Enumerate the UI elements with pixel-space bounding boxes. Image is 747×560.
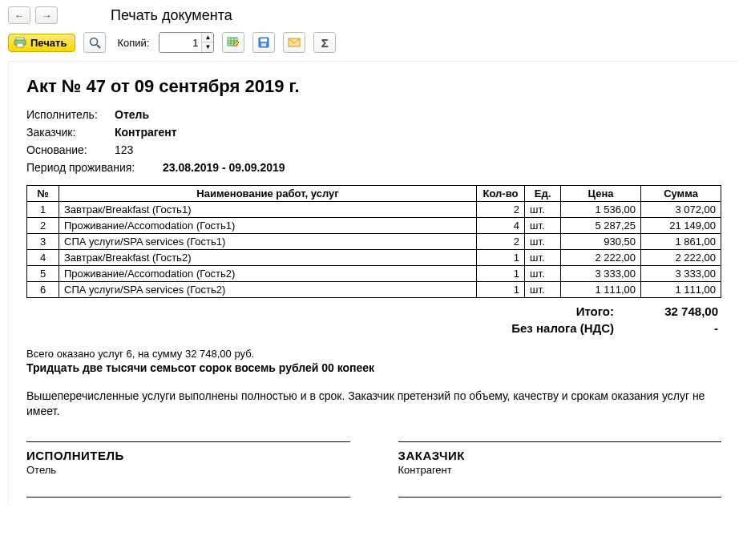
cell-sum: 1 111,00	[641, 282, 721, 298]
send-email-button[interactable]	[283, 32, 305, 53]
period-value: 23.08.2019 - 09.09.2019	[163, 161, 285, 174]
basis-value: 123	[115, 143, 133, 156]
cell-name: Проживание/Accomodation (Гость1)	[59, 218, 477, 234]
cell-price: 930,50	[561, 234, 641, 250]
svg-rect-12	[261, 43, 266, 46]
edit-template-button[interactable]	[222, 32, 244, 53]
document-area: Акт № 47 от 09 сентября 2019 г. Исполнит…	[8, 61, 739, 506]
toolbar: Печать Копий: ▲ ▼ Σ	[0, 27, 747, 61]
basis-label: Основание:	[26, 143, 115, 156]
cell-num: 1	[27, 202, 59, 218]
copies-label: Копий:	[117, 37, 149, 49]
col-qty: Кол-во	[477, 186, 525, 202]
cell-price: 2 222,00	[561, 250, 641, 266]
meta-basis: Основание: 123	[26, 143, 721, 156]
cell-unit: шт.	[525, 218, 561, 234]
svg-line-4	[97, 45, 100, 48]
grid-pencil-icon	[227, 37, 240, 48]
cell-num: 4	[27, 250, 59, 266]
sum-button[interactable]: Σ	[313, 32, 336, 53]
cell-qty: 1	[477, 266, 525, 282]
printer-icon	[14, 37, 26, 48]
cell-unit: шт.	[525, 234, 561, 250]
cell-price: 5 287,25	[561, 218, 641, 234]
customer-sign-title: ЗАКАЗЧИК	[398, 449, 722, 462]
customer-value: Контрагент	[115, 126, 177, 139]
print-button-label: Печать	[30, 37, 67, 49]
cell-sum: 3 072,00	[641, 202, 721, 218]
customer-label: Заказчик:	[26, 126, 115, 139]
cell-qty: 2	[477, 202, 525, 218]
cell-name: Проживание/Accomodation (Гость2)	[59, 266, 477, 282]
table-row: 6СПА услуги/SPA services (Гость2)1шт.1 1…	[27, 282, 721, 298]
period-label: Период проживания:	[26, 161, 163, 174]
cell-unit: шт.	[525, 202, 561, 218]
table-row: 3СПА услуги/SPA services (Гость1)2шт.930…	[27, 234, 721, 250]
summary-words: Тридцать две тысячи семьсот сорок восемь…	[26, 361, 721, 374]
print-button[interactable]: Печать	[8, 34, 75, 52]
preview-button[interactable]	[83, 32, 106, 53]
save-button[interactable]	[252, 32, 275, 53]
table-header-row: № Наименование работ, услуг Кол-во Ед. Ц…	[27, 186, 721, 202]
envelope-icon	[288, 38, 301, 47]
customer-sign-name: Контрагент	[398, 464, 722, 476]
disclaimer: Вышеперечисленные услуги выполнены полно…	[26, 389, 721, 419]
magnifier-icon	[89, 37, 101, 49]
cell-name: СПА услуги/SPA services (Гость2)	[59, 282, 477, 298]
col-sum: Сумма	[641, 186, 721, 202]
cell-name: СПА услуги/SPA services (Гость1)	[59, 234, 477, 250]
svg-rect-2	[17, 43, 23, 47]
signatures: ИСПОЛНИТЕЛЬ Отель ЗАКАЗЧИК Контрагент	[26, 441, 721, 498]
table-row: 2Проживание/Accomodation (Гость1)4шт.5 2…	[27, 218, 721, 234]
sigma-icon: Σ	[321, 36, 329, 50]
svg-rect-11	[260, 38, 267, 42]
page-title: Печать документа	[111, 7, 232, 24]
cell-unit: шт.	[525, 266, 561, 282]
table-row: 4Завтрак/Breakfast (Гость2)1шт.2 222,002…	[27, 250, 721, 266]
executor-sign-name: Отель	[26, 464, 350, 476]
table-row: 5Проживание/Accomodation (Гость2)1шт.3 3…	[27, 266, 721, 282]
cell-name: Завтрак/Breakfast (Гость2)	[59, 250, 477, 266]
floppy-icon	[258, 37, 269, 48]
cell-price: 1 536,00	[561, 202, 641, 218]
executor-label: Исполнитель:	[26, 108, 115, 121]
cell-price: 1 111,00	[561, 282, 641, 298]
cell-num: 5	[27, 266, 59, 282]
cell-qty: 4	[477, 218, 525, 234]
arrow-left-icon: ←	[14, 10, 25, 22]
signature-executor: ИСПОЛНИТЕЛЬ Отель	[26, 441, 350, 498]
back-button[interactable]: ←	[8, 6, 30, 24]
cell-qty: 1	[477, 282, 525, 298]
col-name: Наименование работ, услуг	[59, 186, 477, 202]
cell-sum: 2 222,00	[641, 250, 721, 266]
cell-name: Завтрак/Breakfast (Гость1)	[59, 202, 477, 218]
col-price: Цена	[561, 186, 641, 202]
topbar: ← → Печать документа	[0, 0, 747, 27]
executor-value: Отель	[115, 108, 149, 121]
cell-qty: 2	[477, 234, 525, 250]
services-table: № Наименование работ, услуг Кол-во Ед. Ц…	[26, 185, 721, 298]
cell-sum: 3 333,00	[641, 266, 721, 282]
spin-up-button[interactable]: ▲	[202, 33, 213, 42]
cell-unit: шт.	[525, 282, 561, 298]
cell-num: 3	[27, 234, 59, 250]
copies-input[interactable]	[159, 33, 201, 52]
col-unit: Ед.	[525, 186, 561, 202]
col-num: №	[27, 186, 59, 202]
arrow-right-icon: →	[42, 10, 52, 22]
cell-sum: 1 861,00	[641, 234, 721, 250]
total-label: Итого:	[470, 304, 614, 318]
vat-label: Без налога (НДС)	[470, 321, 614, 335]
summary-line: Всего оказано услуг 6, на сумму 32 748,0…	[26, 348, 721, 360]
svg-point-3	[90, 38, 97, 45]
forward-button[interactable]: →	[35, 6, 58, 24]
meta-customer: Заказчик: Контрагент	[26, 126, 721, 139]
meta-executor: Исполнитель: Отель	[26, 108, 721, 121]
cell-sum: 21 149,00	[641, 218, 721, 234]
cell-num: 2	[27, 218, 59, 234]
meta-period: Период проживания: 23.08.2019 - 09.09.20…	[26, 161, 721, 174]
spin-down-button[interactable]: ▼	[202, 42, 213, 52]
table-row: 1Завтрак/Breakfast (Гость1)2шт.1 536,003…	[27, 202, 721, 218]
copies-stepper[interactable]: ▲ ▼	[159, 32, 214, 53]
cell-num: 6	[27, 282, 59, 298]
